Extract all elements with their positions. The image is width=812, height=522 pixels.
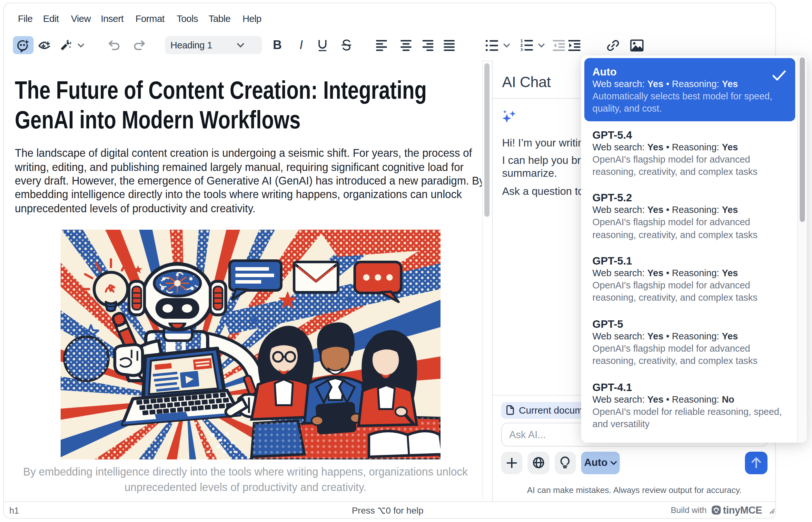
svg-text:3: 3: [520, 47, 522, 51]
svg-text:2: 2: [520, 43, 522, 48]
